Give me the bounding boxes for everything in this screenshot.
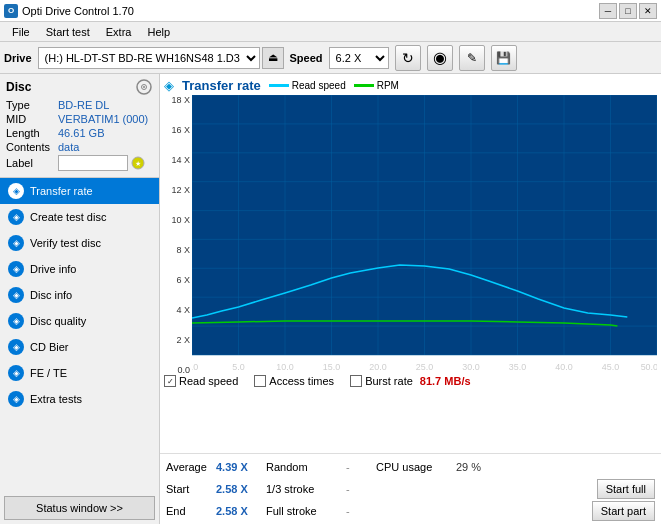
stat-value-average: 4.39 X <box>216 461 266 473</box>
stat-value-cpu-usage: 29 % <box>456 461 506 473</box>
main-content: Disc Type BD-RE DL MID VERBATIM1 (000) L… <box>0 74 661 524</box>
stat-label-end: End <box>166 505 216 517</box>
stat-value-end: 2.58 X <box>216 505 266 517</box>
speed-select[interactable]: 6.2 X Max 2 X 4 X 8 X <box>329 47 389 69</box>
legend-color-rpm <box>354 84 374 87</box>
start-part-button[interactable]: Start part <box>592 501 655 521</box>
menu-help[interactable]: Help <box>139 24 178 40</box>
eject-button[interactable]: ⏏ <box>262 47 284 69</box>
titlebar-title: Opti Drive Control 1.70 <box>22 5 134 17</box>
menu-extra[interactable]: Extra <box>98 24 140 40</box>
svg-text:45.0: 45.0 <box>602 362 619 372</box>
close-button[interactable]: ✕ <box>639 3 657 19</box>
drive-select-wrap: (H:) HL-DT-ST BD-RE WH16NS48 1.D3 ⏏ <box>38 47 284 69</box>
cb-access-times-box[interactable] <box>254 375 266 387</box>
cb-read-speed-box[interactable]: ✓ <box>164 375 176 387</box>
minimize-button[interactable]: ─ <box>599 3 617 19</box>
maximize-button[interactable]: □ <box>619 3 637 19</box>
nav-icon-transfer-rate: ◈ <box>8 183 24 199</box>
label-input[interactable] <box>58 155 128 171</box>
mid-row: MID VERBATIM1 (000) <box>6 113 153 125</box>
stat-label-13stroke: 1/3 stroke <box>266 483 346 495</box>
chart-header: ◈ Transfer rate Read speed RPM <box>164 78 657 93</box>
nav-drive-info[interactable]: ◈ Drive info <box>0 256 159 282</box>
nav-label-verify-test-disc: Verify test disc <box>30 237 101 249</box>
type-label: Type <box>6 99 58 111</box>
start-full-button[interactable]: Start full <box>597 479 655 499</box>
disc-icon[interactable] <box>135 78 153 96</box>
checkbox-access-times[interactable]: Access times <box>254 375 334 387</box>
nav-label-extra-tests: Extra tests <box>30 393 82 405</box>
status-window-button[interactable]: Status window >> <box>4 496 155 520</box>
drive-label: Drive <box>4 52 32 64</box>
stats-section: Average 4.39 X Random - CPU usage 29 % S… <box>160 453 661 524</box>
chart-svg: 0.0 5.0 10.0 15.0 20.0 25.0 30.0 35.0 40… <box>192 95 657 375</box>
legend-label-read-speed: Read speed <box>292 80 346 91</box>
menu-start-test[interactable]: Start test <box>38 24 98 40</box>
legend-label-rpm: RPM <box>377 80 399 91</box>
svg-text:40.0: 40.0 <box>555 362 572 372</box>
nav-verify-test-disc[interactable]: ◈ Verify test disc <box>0 230 159 256</box>
label-icon[interactable]: ★ <box>130 155 146 171</box>
y-label-16: 16 X <box>164 125 192 135</box>
nav-disc-info[interactable]: ◈ Disc info <box>0 282 159 308</box>
length-label: Length <box>6 127 58 139</box>
legend-read-speed: Read speed <box>269 80 346 91</box>
disc-header: Disc <box>6 78 153 96</box>
drive-select[interactable]: (H:) HL-DT-ST BD-RE WH16NS48 1.D3 <box>38 47 260 69</box>
svg-text:10.0: 10.0 <box>276 362 293 372</box>
y-label-12: 12 X <box>164 185 192 195</box>
legend-color-read-speed <box>269 84 289 87</box>
cb-burst-rate-label: Burst rate <box>365 375 413 387</box>
contents-row: Contents data <box>6 141 153 153</box>
drivebar: Drive (H:) HL-DT-ST BD-RE WH16NS48 1.D3 … <box>0 42 661 74</box>
type-row: Type BD-RE DL <box>6 99 153 111</box>
chart-title: Transfer rate <box>182 78 261 93</box>
nav-label-disc-quality: Disc quality <box>30 315 86 327</box>
action-button-1[interactable]: ◉ <box>427 45 453 71</box>
nav-icon-disc-info: ◈ <box>8 287 24 303</box>
nav-label-drive-info: Drive info <box>30 263 76 275</box>
label-row: Label ★ <box>6 155 153 171</box>
svg-text:25.0: 25.0 <box>416 362 433 372</box>
y-label-8: 8 X <box>164 245 192 255</box>
nav-create-test-disc[interactable]: ◈ Create test disc <box>0 204 159 230</box>
length-value: 46.61 GB <box>58 127 104 139</box>
stats-row-start: Start 2.58 X 1/3 stroke - Start full <box>166 478 655 500</box>
nav-label-transfer-rate: Transfer rate <box>30 185 93 197</box>
nav-disc-quality[interactable]: ◈ Disc quality <box>0 308 159 334</box>
refresh-button[interactable]: ↻ <box>395 45 421 71</box>
legend-rpm: RPM <box>354 80 399 91</box>
nav-transfer-rate[interactable]: ◈ Transfer rate <box>0 178 159 204</box>
nav-fe-te[interactable]: ◈ FE / TE <box>0 360 159 386</box>
nav-icon-verify-test-disc: ◈ <box>8 235 24 251</box>
checkbox-burst-rate[interactable]: Burst rate 81.7 MB/s <box>350 375 470 387</box>
contents-label: Contents <box>6 141 58 153</box>
nav-label-create-test-disc: Create test disc <box>30 211 106 223</box>
nav-icon-drive-info: ◈ <box>8 261 24 277</box>
contents-value[interactable]: data <box>58 141 79 153</box>
y-label-4: 4 X <box>164 305 192 315</box>
stat-label-random: Random <box>266 461 346 473</box>
menu-file[interactable]: File <box>4 24 38 40</box>
nav-icon-disc-quality: ◈ <box>8 313 24 329</box>
cb-burst-rate-box[interactable] <box>350 375 362 387</box>
svg-text:20.0: 20.0 <box>369 362 386 372</box>
speed-label: Speed <box>290 52 323 64</box>
chart-title-icon: ◈ <box>164 78 174 93</box>
titlebar: O Opti Drive Control 1.70 ─ □ ✕ <box>0 0 661 22</box>
nav-extra-tests[interactable]: ◈ Extra tests <box>0 386 159 412</box>
action-button-2[interactable]: ✎ <box>459 45 485 71</box>
y-label-14: 14 X <box>164 155 192 165</box>
mid-label: MID <box>6 113 58 125</box>
stat-label-fullstroke: Full stroke <box>266 505 346 517</box>
cb-access-times-label: Access times <box>269 375 334 387</box>
svg-text:★: ★ <box>135 160 141 167</box>
save-button[interactable]: 💾 <box>491 45 517 71</box>
nav-icon-fe-te: ◈ <box>8 365 24 381</box>
nav-label-cd-bier: CD Bier <box>30 341 69 353</box>
chart-area: 0.0 5.0 10.0 15.0 20.0 25.0 30.0 35.0 40… <box>192 95 657 375</box>
checkbox-read-speed[interactable]: ✓ Read speed <box>164 375 238 387</box>
nav-cd-bier[interactable]: ◈ CD Bier <box>0 334 159 360</box>
y-label-0: 0.0 <box>164 365 192 375</box>
